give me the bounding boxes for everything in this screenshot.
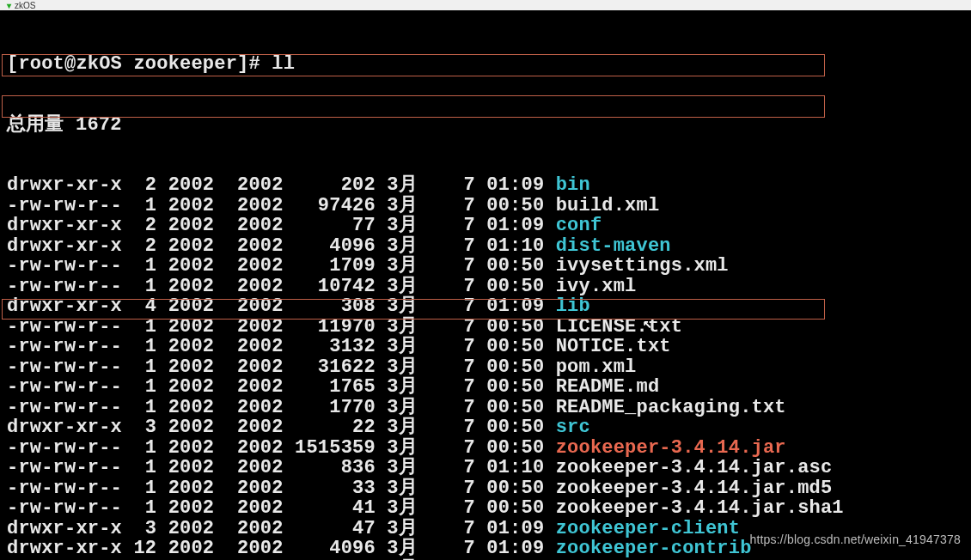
file-meta: drwxr-xr-x 2 2002 2002 4096 3月 7 01:10 [7,235,556,257]
file-meta: -rw-rw-r-- 1 2002 2002 1765 3月 7 00:50 [7,376,556,398]
file-row: drwxr-xr-x 2 2002 2002 77 3月 7 01:09 con… [7,216,964,236]
file-row: drwxr-xr-x 2 2002 2002 4096 3月 7 01:10 d… [7,236,964,257]
file-row: drwxr-xr-x 3 2002 2002 22 3月 7 00:50 src [7,417,964,438]
file-meta: -rw-rw-r-- 1 2002 2002 1515359 3月 7 00:5… [7,437,556,459]
file-name: build.xml [556,195,660,216]
file-row: drwxr-xr-x 4 2002 2002 308 3月 7 01:09 li… [7,296,964,317]
file-row: -rw-rw-r-- 1 2002 2002 97426 3月 7 00:50 … [7,196,964,216]
file-meta: -rw-rw-r-- 1 2002 2002 97426 3月 7 00:50 [7,195,556,216]
file-row: -rw-rw-r-- 1 2002 2002 10742 3月 7 00:50 … [7,277,964,297]
tab-label[interactable]: zkOS [15,1,35,10]
file-listing: drwxr-xr-x 2 2002 2002 202 3月 7 01:09 bi… [7,175,964,560]
file-row: -rw-rw-r-- 1 2002 2002 3132 3月 7 00:50 N… [7,337,964,357]
file-meta: drwxr-xr-x 2 2002 2002 77 3月 7 01:09 [7,215,556,236]
watermark: https://blog.csdn.net/weixin_41947378 [749,530,961,551]
file-meta: drwxr-xr-x 3 2002 2002 47 3月 7 01:09 [7,518,556,539]
file-name: LICENSE.txt [556,316,682,338]
file-row: -rw-rw-r-- 1 2002 2002 836 3月 7 01:10 zo… [7,458,964,478]
file-row: -rw-rw-r-- 1 2002 2002 41 3月 7 00:50 zoo… [7,498,964,519]
file-name: bin [556,174,590,196]
file-meta: -rw-rw-r-- 1 2002 2002 33 3月 7 00:50 [7,478,556,499]
file-meta: -rw-rw-r-- 1 2002 2002 3132 3月 7 00:50 [7,336,556,357]
file-name: zookeeper-contrib [556,538,752,559]
file-row: -rw-rw-r-- 1 2002 2002 11970 3月 7 00:50 … [7,317,964,338]
file-meta: drwxr-xr-x 4 2002 2002 308 3月 7 01:09 [7,295,556,317]
file-name: README_packaging.txt [556,397,786,418]
file-name: zookeeper-3.4.14.jar.asc [556,457,833,478]
prompt-top: [root@zkOS zookeeper]# ll [7,54,964,75]
file-name: zookeeper-client [556,518,740,539]
terminal-area[interactable]: [root@zkOS zookeeper]# ll 总用量 1672 drwxr… [0,10,971,560]
file-row: -rw-rw-r-- 1 2002 2002 31622 3月 7 00:50 … [7,357,964,378]
file-meta: drwxr-xr-x 2 2002 2002 202 3月 7 01:09 [7,174,556,196]
file-row: drwxr-xr-x 2 2002 2002 202 3月 7 01:09 bi… [7,175,964,196]
file-meta: -rw-rw-r-- 1 2002 2002 11970 3月 7 00:50 [7,316,556,338]
file-name: ivy.xml [556,276,637,297]
file-meta: -rw-rw-r-- 1 2002 2002 1770 3月 7 00:50 [7,397,556,418]
file-name: NOTICE.txt [556,336,671,357]
file-row: -rw-rw-r-- 1 2002 2002 1770 3月 7 00:50 R… [7,398,964,418]
file-meta: -rw-rw-r-- 1 2002 2002 41 3月 7 00:50 [7,497,556,519]
file-meta: drwxr-xr-x 3 2002 2002 22 3月 7 00:50 [7,417,556,438]
file-name: ivysettings.xml [556,255,729,277]
file-row: -rw-rw-r-- 1 2002 2002 1515359 3月 7 00:5… [7,438,964,459]
file-name: zookeeper-3.4.14.jar.md5 [556,478,833,499]
file-meta: drwxr-xr-x 12 2002 2002 4096 3月 7 01:09 [7,538,556,559]
total-line: 总用量 1672 [7,115,964,136]
tab-indicator-icon: ▾ [7,1,11,10]
file-name: pom.xml [556,356,637,378]
file-name: conf [556,215,602,236]
file-meta: -rw-rw-r-- 1 2002 2002 836 3月 7 01:10 [7,457,556,478]
file-name: lib [556,295,590,317]
file-name: zookeeper-3.4.14.jar.sha1 [556,497,844,519]
file-name: dist-maven [556,235,671,257]
file-meta: -rw-rw-r-- 1 2002 2002 1709 3月 7 00:50 [7,255,556,277]
file-meta: -rw-rw-r-- 1 2002 2002 31622 3月 7 00:50 [7,356,556,378]
file-name: src [556,417,590,438]
file-meta: -rw-rw-r-- 1 2002 2002 10742 3月 7 00:50 [7,276,556,297]
file-row: -rw-rw-r-- 1 2002 2002 1709 3月 7 00:50 i… [7,256,964,277]
tab-bar: ▾ zkOS [0,0,971,10]
file-row: -rw-rw-r-- 1 2002 2002 33 3月 7 00:50 zoo… [7,478,964,499]
file-row: -rw-rw-r-- 1 2002 2002 1765 3月 7 00:50 R… [7,377,964,398]
file-name: README.md [556,376,660,398]
file-name: zookeeper-3.4.14.jar [556,437,786,459]
